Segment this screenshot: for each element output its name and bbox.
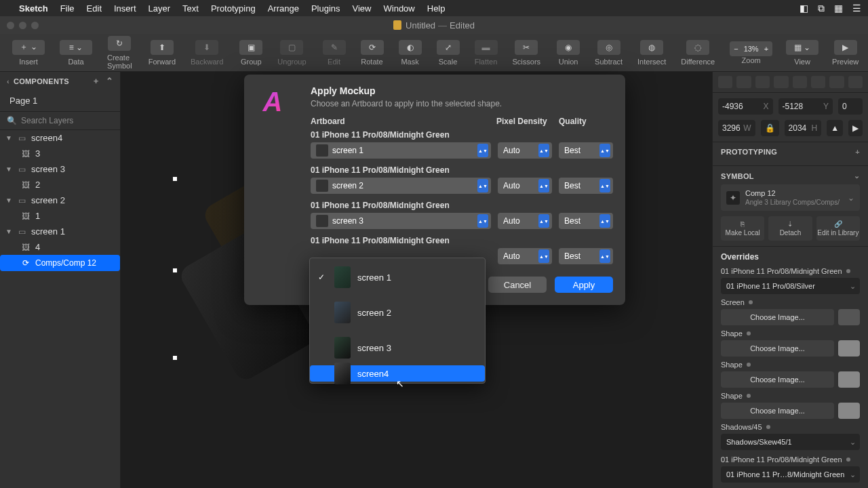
choose-image-button[interactable]: Choose Image...: [721, 403, 834, 419]
menu-prototyping[interactable]: Prototyping: [211, 3, 256, 14]
layer-image[interactable]: 🖼4: [0, 239, 120, 255]
menu-view[interactable]: View: [353, 3, 372, 14]
quality-select[interactable]: Best▲▼: [559, 142, 613, 159]
subtract-button[interactable]: ◎Subtract: [588, 34, 629, 71]
density-select[interactable]: Auto▲▼: [498, 142, 552, 159]
collapse-icon[interactable]: ⌃: [106, 76, 113, 86]
image-swatch[interactable]: [838, 309, 860, 325]
image-swatch[interactable]: [838, 340, 860, 357]
menu-plugins[interactable]: Plugins: [311, 3, 340, 14]
quality-select[interactable]: Best▲▼: [559, 178, 613, 194]
width-input[interactable]: 3296W: [718, 120, 755, 136]
flip-v-button[interactable]: ▶: [848, 120, 863, 136]
scissors-button[interactable]: ✂Scissors: [506, 34, 548, 71]
flatten-button[interactable]: ▬Flatten: [468, 34, 505, 71]
menu-text[interactable]: Text: [182, 3, 199, 14]
check-icon: ✓: [318, 272, 328, 282]
image-swatch[interactable]: [838, 403, 860, 419]
row-title: 01 iPhone 11 Pro/08/Midnight Green: [311, 130, 613, 140]
x-input[interactable]: -4936X: [718, 98, 773, 115]
layer-artboard[interactable]: ▼▭screen4: [0, 130, 120, 146]
cancel-button[interactable]: Cancel: [488, 277, 547, 293]
view-button[interactable]: ▦ ⌄View: [779, 40, 825, 66]
symbol-card[interactable]: ✦ Comp 12Angle 3 Library Comps/Comps/ ⌄: [721, 184, 860, 211]
layer-artboard[interactable]: ▼▭screen 3: [0, 161, 120, 177]
dropdown-item[interactable]: screen 3: [310, 330, 485, 365]
lock-icon[interactable]: 🔒: [761, 120, 779, 136]
edit-in-library-button[interactable]: 🔗Edit in Library: [816, 216, 860, 241]
override-select[interactable]: 01 iPhone 11 Pro/08/Silver: [721, 278, 860, 294]
data-button[interactable]: ≡ ⌄Data: [53, 34, 99, 71]
alignment-tabs[interactable]: [713, 72, 868, 93]
layer-artboard[interactable]: ▼▭screen 2: [0, 192, 120, 208]
menu-window[interactable]: Window: [384, 3, 415, 14]
density-select[interactable]: Auto▲▼: [498, 213, 552, 229]
search-layers-input[interactable]: 🔍 Search Layers: [0, 111, 120, 130]
quality-select[interactable]: Best▲▼: [559, 248, 613, 264]
scale-button[interactable]: ⤢Scale: [430, 34, 467, 71]
artboard-select[interactable]: screen 2▲▼: [311, 178, 491, 194]
mask-button[interactable]: ◐Mask: [392, 34, 429, 71]
dropdown-item[interactable]: screen4: [310, 365, 485, 382]
create-symbol-button[interactable]: ↻Create Symbol: [100, 34, 139, 71]
zoom-out-button[interactable]: −: [734, 45, 738, 53]
preview-button[interactable]: ▶Preview: [825, 40, 865, 66]
detach-button[interactable]: ⇣Detach: [768, 216, 812, 241]
rotate-button[interactable]: ⟳Rotate: [354, 34, 391, 71]
back-icon[interactable]: ‹: [7, 77, 9, 85]
quality-select[interactable]: Best▲▼: [559, 213, 613, 229]
add-prototype-button[interactable]: +: [855, 148, 860, 156]
intersect-button[interactable]: ◍Intersect: [631, 34, 673, 71]
image-swatch[interactable]: [838, 371, 860, 388]
choose-image-button[interactable]: Choose Image...: [721, 309, 834, 325]
row-title: 01 iPhone 11 Pro/08/Midnight Green: [311, 165, 613, 175]
list-icon[interactable]: ☰: [852, 3, 861, 14]
layer-symbol[interactable]: ⟳Comps/Comp 12: [0, 255, 120, 271]
layer-artboard[interactable]: ▼▭screen 1: [0, 224, 120, 239]
menu-insert[interactable]: Insert: [114, 3, 136, 14]
layer-image[interactable]: 🖼2: [0, 177, 120, 192]
group-button[interactable]: ▣Group: [233, 34, 269, 71]
backward-button[interactable]: ⬇Backward: [184, 34, 230, 71]
dropbox-icon[interactable]: ⧉: [818, 3, 825, 14]
traffic-lights[interactable]: [7, 22, 39, 29]
status-icon[interactable]: ▦: [834, 3, 843, 14]
override-select[interactable]: Shadows/Skew45/1: [721, 434, 860, 450]
density-select[interactable]: Auto▲▼: [498, 248, 552, 264]
flip-h-button[interactable]: ▲: [827, 120, 843, 136]
y-input[interactable]: -5128Y: [778, 98, 833, 115]
app-name[interactable]: Sketch: [19, 3, 48, 14]
height-input[interactable]: 2034H: [785, 120, 822, 136]
layer-image[interactable]: 🖼3: [0, 146, 120, 161]
artboard-select[interactable]: screen 1▲▼: [311, 142, 491, 159]
ungroup-button[interactable]: ▢Ungroup: [271, 34, 313, 71]
override-select[interactable]: 01 iPhone 11 Pr…8/Midnight Green: [721, 466, 860, 483]
menu-file[interactable]: File: [60, 3, 75, 14]
zoom-in-button[interactable]: +: [764, 45, 768, 53]
page-item[interactable]: Page 1: [0, 90, 120, 111]
difference-button[interactable]: ◌Difference: [674, 34, 722, 71]
panels-icon[interactable]: ◧: [800, 3, 808, 14]
menu-arrange[interactable]: Arrange: [268, 3, 299, 14]
dropdown-item[interactable]: ✓screen 1: [310, 260, 485, 295]
make-local-button[interactable]: ⎘Make Local: [721, 216, 764, 241]
artboard-select[interactable]: screen 3▲▼: [311, 213, 491, 229]
col-quality: Quality: [559, 117, 613, 126]
layer-image[interactable]: 🖼1: [0, 208, 120, 224]
forward-button[interactable]: ⬆Forward: [142, 34, 182, 71]
edit-button[interactable]: ✎Edit: [316, 34, 353, 71]
menu-layer[interactable]: Layer: [149, 3, 171, 14]
more-button[interactable]: »: [865, 47, 868, 58]
choose-image-button[interactable]: Choose Image...: [721, 371, 834, 388]
symbol-chevron-icon[interactable]: ⌄: [854, 171, 860, 180]
union-button[interactable]: ◉Union: [550, 34, 587, 71]
insert-button[interactable]: ＋ ⌄Insert: [5, 34, 52, 71]
menu-help[interactable]: Help: [427, 3, 446, 14]
choose-image-button[interactable]: Choose Image...: [721, 340, 834, 357]
dropdown-item[interactable]: screen 2: [310, 295, 485, 330]
rotation-input[interactable]: 0: [838, 98, 863, 115]
density-select[interactable]: Auto▲▼: [498, 178, 552, 194]
add-icon[interactable]: +: [94, 76, 99, 86]
apply-button[interactable]: Apply: [555, 277, 613, 293]
menu-edit[interactable]: Edit: [87, 3, 102, 14]
